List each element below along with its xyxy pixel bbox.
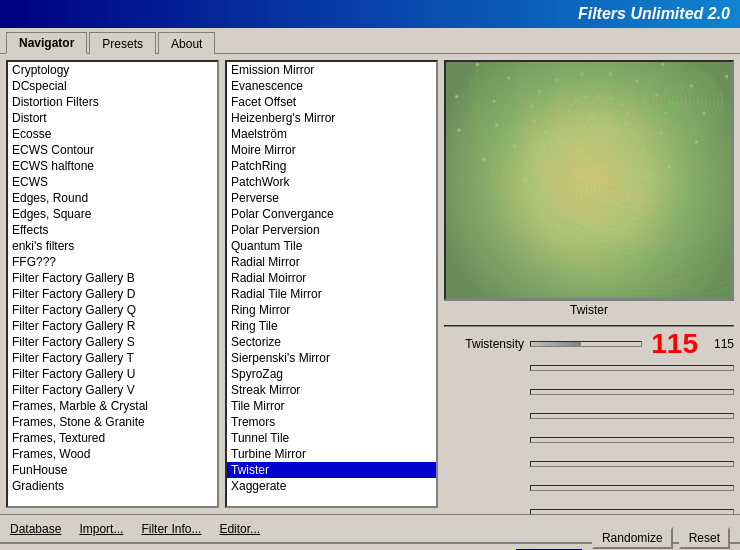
left-list-item[interactable]: Frames, Wood [8,446,217,462]
left-list-item[interactable]: Frames, Textured [8,430,217,446]
slider-track-0[interactable] [530,341,642,347]
right-list-item[interactable]: Xaggerate [227,478,436,494]
tab-about[interactable]: About [158,32,215,54]
slider-track-1[interactable] [530,365,734,371]
left-list-item[interactable]: Edges, Square [8,206,217,222]
left-list-item[interactable]: Gradients [8,478,217,494]
reset-button[interactable]: Reset [679,527,730,549]
right-panel: Twister Twistensity 115 115 [444,60,734,508]
right-list-item[interactable]: Sectorize [227,334,436,350]
right-list-item[interactable]: Streak Mirror [227,382,436,398]
editor-button[interactable]: Editor... [215,520,264,538]
right-list-item[interactable]: Moire Mirror [227,142,436,158]
left-list-item[interactable]: Distortion Filters [8,94,217,110]
left-list-item[interactable]: Distort [8,110,217,126]
right-list-item[interactable]: Maelström [227,126,436,142]
right-list-item[interactable]: PatchRing [227,158,436,174]
slider-row-1 [444,357,734,379]
left-list-container: CryptologyDCspecialDistortion FiltersDis… [6,60,219,508]
preview-canvas [446,62,732,298]
right-list-box: Emission MirrorEvanescenceFacet OffsetHe… [225,60,438,508]
right-list-item[interactable]: Evanescence [227,78,436,94]
right-list-item[interactable]: Ring Mirror [227,302,436,318]
left-list-item[interactable]: ECWS halftone [8,158,217,174]
slider-row-0: Twistensity 115 115 [444,333,734,355]
slider-track-5[interactable] [530,461,734,467]
right-list-item[interactable]: Heizenberg's Mirror [227,110,436,126]
slider-value-big-0: 115 [648,330,698,358]
right-list-item[interactable]: Perverse [227,190,436,206]
tab-presets[interactable]: Presets [89,32,156,54]
left-list-item[interactable]: Ecosse [8,126,217,142]
right-list-item[interactable]: SpyroZag [227,366,436,382]
left-list-item[interactable]: Filter Factory Gallery D [8,286,217,302]
slider-row-5 [444,453,734,475]
left-list-item[interactable]: ECWS [8,174,217,190]
left-list-item[interactable]: Cryptology [8,62,217,78]
left-list-item[interactable]: Filter Factory Gallery T [8,350,217,366]
randomize-button[interactable]: Randomize [592,527,673,549]
slider-track-6[interactable] [530,485,734,491]
right-list-item[interactable]: Radial Moirror [227,270,436,286]
sliders-area: Twistensity 115 115 [444,333,734,523]
slider-track-7[interactable] [530,509,734,515]
randomize-reset-row: Randomize Reset [444,527,734,549]
right-list-item[interactable]: Facet Offset [227,94,436,110]
left-list-item[interactable]: FunHouse [8,462,217,478]
left-list-item[interactable]: FFG??? [8,254,217,270]
right-list-item[interactable]: Sierpenski's Mirror [227,350,436,366]
right-list-item[interactable]: PatchWork [227,174,436,190]
database-button[interactable]: Database [6,520,65,538]
slider-track-2[interactable] [530,389,734,395]
left-list-item[interactable]: Filter Factory Gallery U [8,366,217,382]
right-list-item[interactable]: Emission Mirror [227,62,436,78]
slider-row-7 [444,501,734,523]
left-list-item[interactable]: DCspecial [8,78,217,94]
right-list-item[interactable]: Tunnel Tile [227,430,436,446]
slider-row-2 [444,381,734,403]
left-list-item[interactable]: Filter Factory Gallery V [8,382,217,398]
tab-navigator[interactable]: Navigator [6,32,87,54]
progress-bar [444,325,734,327]
right-list-item[interactable]: Tile Mirror [227,398,436,414]
import-button[interactable]: Import... [75,520,127,538]
slider-track-3[interactable] [530,413,734,419]
preview-label: Twister [444,300,734,319]
right-list[interactable]: Emission MirrorEvanescenceFacet OffsetHe… [227,62,436,506]
left-list-item[interactable]: Effects [8,222,217,238]
right-list-item[interactable]: Turbine Mirror [227,446,436,462]
right-list-item[interactable]: Radial Tile Mirror [227,286,436,302]
left-list-item[interactable]: Filter Factory Gallery Q [8,302,217,318]
left-list-item[interactable]: Frames, Stone & Granite [8,414,217,430]
right-list-item[interactable]: Twister [227,462,436,478]
left-list-item[interactable]: Filter Factory Gallery R [8,318,217,334]
slider-track-4[interactable] [530,437,734,443]
filter-info-button[interactable]: Filter Info... [137,520,205,538]
slider-row-3 [444,405,734,427]
tab-bar: Navigator Presets About [0,28,740,54]
right-list-item[interactable]: Radial Mirror [227,254,436,270]
slider-row-6 [444,477,734,499]
left-list-item[interactable]: Filter Factory Gallery S [8,334,217,350]
left-list-item[interactable]: Frames, Marble & Crystal [8,398,217,414]
right-list-item[interactable]: Polar Perversion [227,222,436,238]
left-list-box: CryptologyDCspecialDistortion FiltersDis… [6,60,219,508]
slider-fill-0 [531,342,581,346]
left-list-item[interactable]: enki's filters [8,238,217,254]
left-list-item[interactable]: ECWS Contour [8,142,217,158]
preview-box [444,60,734,300]
right-list-item[interactable]: Tremors [227,414,436,430]
left-list[interactable]: CryptologyDCspecialDistortion FiltersDis… [8,62,217,506]
right-list-item[interactable]: Quantum Tile [227,238,436,254]
left-list-item[interactable]: Filter Factory Gallery B [8,270,217,286]
slider-value-small-0: 115 [704,337,734,351]
right-list-item[interactable]: Polar Convergance [227,206,436,222]
slider-row-4 [444,429,734,451]
slider-label-0: Twistensity [444,337,524,351]
right-list-container: Emission MirrorEvanescenceFacet OffsetHe… [225,60,438,508]
main-content: CryptologyDCspecialDistortion FiltersDis… [0,54,740,514]
right-list-item[interactable]: Ring Tile [227,318,436,334]
title-bar: Filters Unlimited 2.0 [0,0,740,28]
app-title: Filters Unlimited 2.0 [578,5,730,23]
left-list-item[interactable]: Edges, Round [8,190,217,206]
